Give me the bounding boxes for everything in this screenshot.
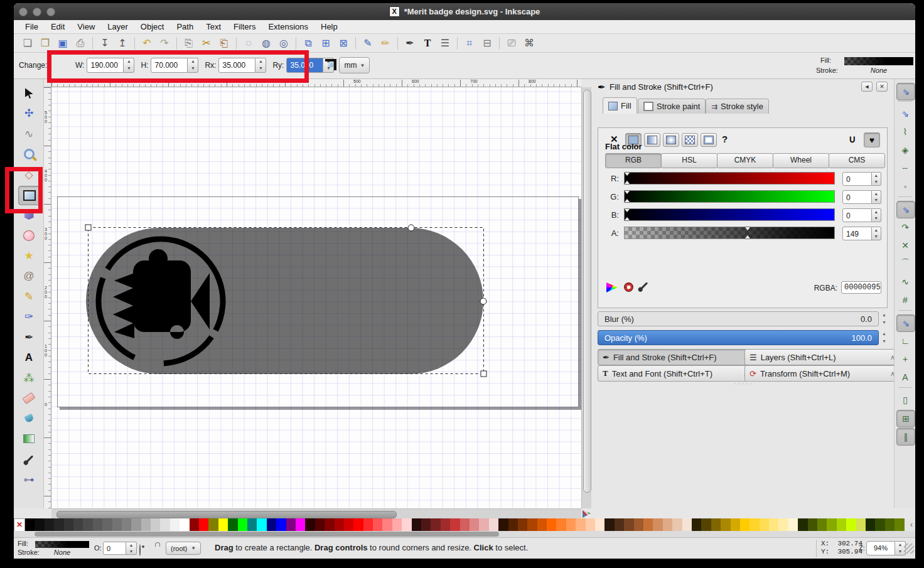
selector-tool[interactable] <box>18 84 40 102</box>
indicator-stroke-value[interactable]: None <box>844 67 913 74</box>
title-bar[interactable]: X *Merit badge design.svg - Inkscape <box>14 3 915 20</box>
palette-swatch[interactable] <box>199 518 208 531</box>
palette-swatch[interactable] <box>305 518 314 531</box>
palette-swatch[interactable] <box>363 518 373 531</box>
snap-text-baseline[interactable]: A <box>896 369 914 385</box>
tab-stroke-paint[interactable]: Stroke paint <box>638 99 706 114</box>
document-properties-icon[interactable]: ⎚ <box>503 36 520 51</box>
paint-bucket-tool[interactable] <box>18 409 40 427</box>
palette-swatch[interactable] <box>54 518 63 531</box>
red-spinbox[interactable]: 0▲▼ <box>842 172 881 186</box>
palette-swatch[interactable] <box>238 518 247 531</box>
palette-swatch[interactable] <box>615 518 624 531</box>
units-dropdown[interactable]: mm ▼ <box>339 57 370 73</box>
make-corners-sharp-button[interactable] <box>326 59 336 70</box>
snap-other-points[interactable]: ⇘ <box>896 314 915 332</box>
vertical-ruler[interactable]: 5004003002001000 <box>44 87 51 508</box>
palette-swatch[interactable] <box>798 518 807 531</box>
palette-swatch[interactable] <box>576 518 585 531</box>
zoom-spinbox[interactable]: 94% ▲▼ <box>866 541 906 555</box>
palette-swatch[interactable] <box>450 518 459 531</box>
snap-to-paths[interactable]: ↷ <box>896 219 914 235</box>
palette-swatch[interactable] <box>170 518 180 531</box>
horizontal-scrollbar-thumb[interactable] <box>56 511 397 518</box>
save-document-icon[interactable]: ▣ <box>55 36 71 51</box>
zoom-selection-icon[interactable]: ◌ <box>240 36 257 51</box>
calligraphy-tool[interactable]: ✒ <box>18 328 40 346</box>
palette-swatch[interactable] <box>586 518 595 531</box>
palette-swatch[interactable] <box>25 518 35 531</box>
spray-tool[interactable]: ⁂ <box>18 369 40 387</box>
palette-swatch[interactable] <box>866 518 875 531</box>
blur-slider[interactable]: Blur (%) 0.0 <box>598 311 879 326</box>
indicator-fill-swatch[interactable] <box>844 57 913 65</box>
snap-smooth-nodes[interactable]: ∿ <box>896 274 914 290</box>
ungroup-objects-icon[interactable]: ✏ <box>377 36 394 51</box>
palette-swatch[interactable] <box>692 518 701 531</box>
snap-guides[interactable]: ∥ <box>896 428 915 446</box>
palette-swatch[interactable] <box>35 518 44 531</box>
layers-caption[interactable]: ☰Layers (Shift+Ctrl+L)∧ <box>744 349 900 365</box>
palette-swatch[interactable] <box>286 518 296 531</box>
palette-swatch[interactable] <box>721 518 730 531</box>
dock-collapse-button[interactable]: ◄ <box>861 82 873 92</box>
palette-swatch[interactable] <box>112 518 122 531</box>
palette-swatch[interactable] <box>460 518 470 531</box>
menu-file[interactable]: File <box>19 22 45 31</box>
palette-swatch[interactable] <box>537 518 547 531</box>
zoom-page-icon[interactable]: ◎ <box>276 36 292 51</box>
palette-swatch[interactable] <box>653 518 662 531</box>
menu-view[interactable]: View <box>71 22 101 31</box>
palette-swatch[interactable] <box>73 518 83 531</box>
palette-swatch[interactable] <box>402 518 411 531</box>
palette-swatch[interactable] <box>788 518 798 531</box>
fill-rule-nonzero-button[interactable]: ∪ <box>849 133 856 145</box>
text-tool[interactable]: A <box>18 348 40 367</box>
dock-resize-dots[interactable]: ····· <box>716 380 772 387</box>
group-objects-icon[interactable]: ✎ <box>360 36 376 51</box>
palette-swatch[interactable] <box>267 518 276 531</box>
copy-icon[interactable]: ⎘ <box>181 36 197 51</box>
palette-swatch[interactable] <box>634 518 643 531</box>
palette-swatch[interactable] <box>141 518 151 531</box>
palette-swatch[interactable] <box>276 518 286 531</box>
palette-swatch[interactable] <box>421 518 431 531</box>
inkscape-preferences-icon[interactable]: ⌘ <box>521 36 537 51</box>
snap-bbox-corners[interactable]: ◈ <box>896 142 914 158</box>
palette-swatch[interactable] <box>93 518 102 531</box>
palette-swatch[interactable] <box>885 518 894 531</box>
opacity-slider[interactable]: Opacity (%) 100.0 <box>598 330 879 345</box>
colortab-cms[interactable]: CMS <box>829 153 885 168</box>
unknown-paint-button[interactable]: ? <box>722 134 728 144</box>
object-opacity-spinbox[interactable]: 0 ▲▼ <box>103 542 137 555</box>
fill-stroke-caption[interactable]: ✒Fill and Stroke (Shift+Ctrl+F)∧ <box>598 349 753 365</box>
palette-swatch[interactable] <box>208 518 218 531</box>
ellipse-tool[interactable] <box>18 227 40 245</box>
palette-swatch[interactable] <box>518 518 527 531</box>
eraser-tool[interactable] <box>18 389 40 407</box>
tab-fill[interactable]: Fill <box>603 97 637 114</box>
fill-rule-evenodd-button[interactable]: ♥ <box>864 132 880 147</box>
camera-icon[interactable] <box>133 260 191 339</box>
layers-dialog-icon[interactable]: ☰ <box>437 36 453 51</box>
palette-swatch[interactable] <box>392 518 402 531</box>
pencil-tool[interactable]: ✎ <box>18 287 40 306</box>
rgba-field[interactable]: 00000095 <box>841 281 881 294</box>
palette-swatch[interactable] <box>837 518 846 531</box>
import-icon[interactable]: ↧ <box>97 36 113 51</box>
corner-radius-handle-ry[interactable] <box>480 298 486 304</box>
menu-edit[interactable]: Edit <box>45 22 71 31</box>
spiral-tool[interactable]: @ <box>18 267 40 286</box>
redo-icon[interactable]: ↷ <box>156 36 173 51</box>
palette-swatch[interactable] <box>102 518 112 531</box>
menu-object[interactable]: Object <box>134 22 171 31</box>
snap-bbox-edge-midpoints[interactable]: ┄ <box>896 160 914 176</box>
cut-icon[interactable]: ✂ <box>198 36 215 51</box>
palette-swatch[interactable] <box>711 518 721 531</box>
palette-swatch[interactable] <box>228 518 237 531</box>
export-icon[interactable]: ↥ <box>114 36 131 51</box>
linear-gradient-button[interactable] <box>644 133 660 147</box>
palette-swatch[interactable] <box>431 518 440 531</box>
pattern-button[interactable] <box>682 133 698 147</box>
green-spinbox[interactable]: 0▲▼ <box>842 190 881 204</box>
